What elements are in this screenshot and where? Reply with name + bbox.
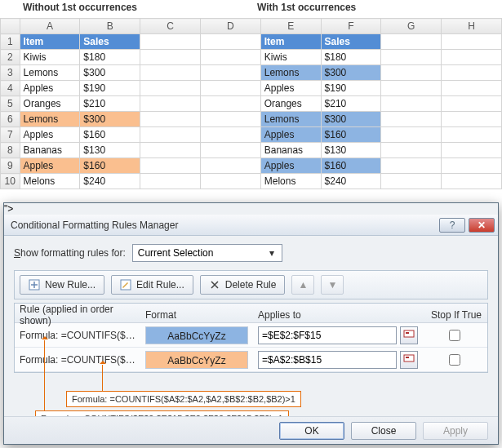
cell[interactable] — [140, 158, 201, 174]
rule-row[interactable]: Formula: =COUNTIFS($A... AaBbCcYyZz — [15, 348, 487, 372]
stop-if-true-checkbox[interactable] — [449, 354, 460, 366]
cell[interactable]: Bananas — [20, 143, 80, 158]
cell[interactable]: Apples — [260, 158, 321, 174]
cell[interactable]: Melons — [260, 174, 321, 189]
delete-rule-button[interactable]: Delete Rule — [200, 275, 286, 295]
row-header[interactable]: 4 — [1, 81, 20, 96]
cell[interactable] — [140, 50, 201, 65]
cell[interactable] — [442, 81, 502, 96]
cell[interactable]: $160 — [321, 158, 381, 174]
applies-to-input[interactable] — [258, 326, 397, 344]
cell[interactable] — [442, 112, 502, 127]
cell[interactable] — [200, 158, 260, 174]
cell[interactable] — [442, 143, 502, 158]
corner-cell[interactable] — [1, 19, 20, 34]
cell[interactable] — [381, 81, 442, 96]
cell[interactable]: Apples — [20, 127, 80, 143]
close-button[interactable]: Close — [351, 422, 416, 440]
new-rule-button[interactable]: New Rule... — [20, 275, 104, 295]
cell[interactable] — [381, 96, 442, 112]
cell[interactable] — [140, 96, 201, 112]
cell[interactable] — [442, 96, 502, 112]
cell[interactable]: $240 — [80, 174, 140, 189]
cell[interactable] — [200, 174, 260, 189]
range-picker-button[interactable] — [400, 326, 418, 344]
col-header[interactable]: F — [321, 19, 381, 34]
col-header[interactable]: H — [442, 19, 502, 34]
cell[interactable] — [200, 96, 260, 112]
cell[interactable]: Sales — [321, 34, 381, 50]
cell[interactable] — [200, 81, 260, 96]
cell[interactable]: Apples — [260, 81, 321, 96]
col-header[interactable]: A — [20, 19, 80, 34]
row-header[interactable]: 1 — [1, 34, 20, 50]
cell[interactable] — [381, 65, 442, 81]
rule-row[interactable]: Formula: =COUNTIFS($E... AaBbCcYyZz — [15, 323, 487, 348]
cell[interactable]: Lemons — [260, 65, 321, 81]
move-down-button[interactable]: ▼ — [321, 275, 344, 295]
cell[interactable] — [140, 143, 201, 158]
cell[interactable] — [200, 143, 260, 158]
cell[interactable] — [442, 50, 502, 65]
cell[interactable]: Lemons — [260, 112, 321, 127]
cell[interactable]: Apples — [20, 81, 80, 96]
row-header[interactable]: 3 — [1, 65, 20, 81]
cell[interactable] — [381, 34, 442, 50]
cell[interactable]: Apples — [20, 158, 80, 174]
row-header[interactable]: 7 — [1, 127, 20, 143]
cell[interactable]: Sales — [80, 34, 140, 50]
cell[interactable]: Oranges — [260, 96, 321, 112]
cell[interactable] — [140, 127, 201, 143]
cell[interactable] — [140, 34, 201, 50]
cell[interactable]: Kiwis — [20, 50, 80, 65]
cell[interactable]: $300 — [80, 65, 140, 81]
cell[interactable]: Apples — [260, 127, 321, 143]
cell[interactable]: $180 — [80, 50, 140, 65]
cell[interactable]: $190 — [321, 81, 381, 96]
cell[interactable]: $240 — [321, 174, 381, 189]
cell[interactable]: $160 — [321, 127, 381, 143]
cell[interactable]: Kiwis — [260, 50, 321, 65]
col-header[interactable]: E — [260, 19, 321, 34]
close-icon[interactable]: ✕ — [469, 218, 495, 233]
cell[interactable] — [200, 112, 260, 127]
cell[interactable]: $180 — [321, 50, 381, 65]
cell[interactable] — [140, 65, 201, 81]
cell[interactable] — [381, 158, 442, 174]
cell[interactable] — [381, 143, 442, 158]
col-header[interactable]: D — [200, 19, 260, 34]
cell[interactable]: $300 — [321, 112, 381, 127]
stop-if-true-checkbox[interactable] — [449, 330, 460, 341]
cell[interactable] — [140, 112, 201, 127]
cell[interactable]: $130 — [80, 143, 140, 158]
apply-button[interactable]: Apply — [423, 422, 488, 440]
scope-select[interactable]: Current Selection ▾ — [132, 244, 282, 262]
cell[interactable] — [442, 174, 502, 189]
row-header[interactable]: 10 — [1, 174, 20, 189]
spreadsheet-grid[interactable]: A B C D E F G H 1 Item Sales Item Sales … — [0, 18, 502, 189]
cell[interactable] — [381, 127, 442, 143]
cell[interactable] — [381, 112, 442, 127]
col-header[interactable]: G — [381, 19, 442, 34]
cell[interactable] — [381, 174, 442, 189]
cell[interactable] — [200, 34, 260, 50]
cell[interactable]: $300 — [321, 65, 381, 81]
move-up-button[interactable]: ▲ — [291, 275, 314, 295]
cell[interactable]: $210 — [321, 96, 381, 112]
cell[interactable] — [140, 174, 201, 189]
cell[interactable] — [200, 65, 260, 81]
col-header[interactable]: B — [80, 19, 140, 34]
cell[interactable]: $130 — [321, 143, 381, 158]
range-picker-button[interactable] — [400, 351, 418, 369]
cell[interactable] — [442, 127, 502, 143]
row-header[interactable]: 5 — [1, 96, 20, 112]
cell[interactable] — [140, 81, 201, 96]
help-button[interactable]: ? — [439, 218, 465, 233]
cell[interactable]: $210 — [80, 96, 140, 112]
cell[interactable]: $160 — [80, 127, 140, 143]
cell[interactable]: Item — [260, 34, 321, 50]
cell[interactable]: Lemons — [20, 65, 80, 81]
cell[interactable] — [442, 34, 502, 50]
applies-to-input[interactable] — [258, 351, 397, 369]
cell[interactable] — [200, 127, 260, 143]
